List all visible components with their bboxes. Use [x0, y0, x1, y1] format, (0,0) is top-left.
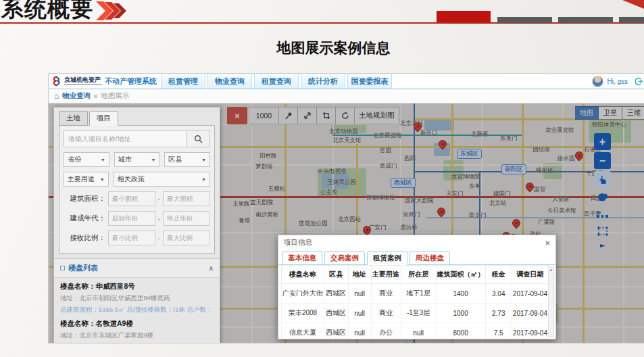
table-cell: null [348, 304, 371, 323]
chevron-arrows-icon [96, 1, 130, 20]
search-input[interactable]: 请输入项目名称/地址 [64, 130, 187, 147]
table-cell: 2017-09-04 [512, 284, 548, 304]
slide: 系统概要 地图展示案例信息 京城机电资产 不动产管理系统 [0, 0, 644, 357]
close-icon[interactable]: × [545, 239, 550, 247]
collapse-icon[interactable]: ∧ [209, 264, 214, 272]
nav-menu-item[interactable]: 国资委报表 [347, 74, 392, 89]
user-greeting: Hi, gss [607, 78, 628, 85]
building-list: 楼盘名称：华威西里8号 地址：北京市朝阳区华威西里8#楼底商 总建筑面积：516… [54, 278, 220, 343]
table-cell: 商业 [371, 284, 401, 304]
table-cell: 商业 [371, 304, 401, 323]
range-min-input[interactable]: 起始年份 [108, 211, 155, 226]
building-stats: 总建筑面积：5166.5㎡ 总/接收楼栋数：/1栋 总户数： [60, 306, 214, 314]
range-min-input[interactable]: 最小比例 [108, 231, 155, 245]
brand: 京城机电资产 不动产管理系统 [49, 74, 161, 89]
deco-bar-gray [497, 17, 552, 23]
building-list-item[interactable]: 楼盘名称：名敦道A9楼 地址：北京市东城区广渠家园9楼 总建筑面积：5249.0… [54, 315, 220, 343]
popup-tab[interactable]: 周边楼盘 [410, 251, 450, 264]
breadcrumb: ⌂ 物业查询 地图展示 [49, 89, 644, 103]
range-dash: - [158, 214, 161, 222]
home-icon: ⌂ [54, 92, 59, 100]
table-row[interactable]: 广安门外大街西城区null商业地下1层14003.042017-09-04 [282, 284, 549, 304]
popup-tab[interactable]: 交易案例 [324, 251, 365, 264]
filter-sidebar: 土地项目 请输入项目名称/地址 省份▼城市▼区县▼ 主要用途▼相关政策▼ [53, 107, 220, 343]
select-dropdown[interactable]: 区县▼ [164, 152, 210, 167]
range-filters: 建筑面积： 最小面积 - 最大面积 建成年代： 起始年份 - 终止年份 [64, 191, 210, 245]
range-label: 接收比例： [64, 233, 105, 243]
user-area: Hi, gss [592, 74, 644, 89]
corner-triangle [622, 0, 644, 9]
table-row[interactable]: 荣丰2008西城区null商业-1至3层10002.732017-09-04 [282, 304, 549, 323]
filter-form: 请输入项目名称/地址 省份▼城市▼区县▼ 主要用途▼相关政策▼ [59, 125, 215, 254]
table-header-cell: 所在层 [401, 266, 436, 284]
nav-menu-item[interactable]: 租赁管理 [161, 74, 205, 89]
select-dropdown[interactable]: 省份▼ [64, 152, 109, 167]
brand-text: 京城机电资产 [64, 77, 102, 86]
brand-system-name: 不动产管理系统 [105, 76, 157, 87]
table-header-cell: 建筑面积（㎡） [436, 266, 485, 284]
range-max-input[interactable]: 最大比例 [163, 231, 210, 245]
table-cell: null [348, 323, 371, 340]
logout-icon[interactable] [634, 77, 643, 86]
range-max-input[interactable]: 最大面积 [163, 191, 210, 206]
table-cell: 广安门外大街 [282, 284, 324, 304]
sidebar-tab[interactable]: 项目 [89, 111, 118, 126]
popup-tab[interactable]: 租赁案例 [367, 251, 407, 265]
search-button[interactable] [187, 130, 210, 147]
select-dropdown[interactable]: 主要用途▼ [64, 172, 109, 187]
nav-menu-item[interactable]: 统计分析 [301, 74, 345, 89]
lease-cases-table: 楼盘名称区县地址主要用途所在层建筑面积（㎡）租金调查日期 广安门外大街西城区nu… [281, 265, 549, 339]
sidebar-tab[interactable]: 土地 [59, 111, 88, 126]
region-selects: 省份▼城市▼区县▼ [64, 152, 210, 167]
table-cell: null [401, 323, 436, 340]
breadcrumb-page: 地图展示 [101, 91, 129, 101]
range-label: 建筑面积： [64, 194, 105, 204]
chevron-down-icon: ▼ [151, 158, 155, 162]
search-icon [194, 135, 203, 143]
chevron-down-icon: ▼ [101, 158, 105, 162]
table-cell: 西城区 [324, 304, 349, 323]
brand-caption-line [64, 84, 102, 85]
chevron-down-icon: ▼ [201, 158, 206, 162]
nav-menu-item[interactable]: 物业查询 [207, 74, 252, 89]
range-dash: - [158, 234, 161, 242]
range-max-input[interactable]: 终止年份 [163, 211, 210, 226]
table-cell: 办公 [371, 323, 401, 340]
popup-header: 项目信息 × [278, 235, 555, 250]
table-cell: 2.73 [485, 304, 512, 323]
range-filter-row: 接收比例： 最小比例 - 最大比例 [64, 231, 210, 245]
range-min-input[interactable]: 最小面积 [108, 191, 155, 206]
table-header-cell: 地址 [348, 266, 371, 284]
app-window: 京城机电资产 不动产管理系统 租赁管理物业查询租赁查询统计分析国资委报表 Hi,… [48, 73, 644, 343]
slide-title: 地图展示案例信息 [0, 39, 644, 57]
nav-menu-item[interactable]: 租赁查询 [254, 74, 299, 89]
building-name: 楼盘名称：华威西里8号 [60, 282, 214, 291]
user-avatar[interactable] [592, 76, 603, 87]
popup-tabs: 基本信息交易案例租赁案例周边楼盘 [278, 250, 555, 265]
app-navbar: 京城机电资产 不动产管理系统 租赁管理物业查询租赁查询统计分析国资委报表 Hi,… [49, 74, 644, 89]
chevron-down-icon: ▼ [201, 177, 206, 182]
deco-bar-red [437, 11, 491, 22]
table-cell: null [348, 284, 371, 304]
brand-company: 京城机电资产 [64, 77, 102, 84]
building-list-header: 楼盘列表 ∧ [54, 258, 220, 278]
table-header-cell: 主要用途 [371, 266, 401, 284]
select-dropdown[interactable]: 城市▼ [114, 152, 160, 167]
popup-tab[interactable]: 基本信息 [282, 251, 322, 264]
table-row[interactable]: 信息大厦西城区null办公null80007.52017-09-04 [282, 323, 549, 340]
building-address: 地址：北京市朝阳区华威西里8#楼底商 [60, 294, 214, 303]
table-header-row: 楼盘名称区县地址主要用途所在层建筑面积（㎡）租金调查日期 [282, 266, 549, 284]
table-scrollbar[interactable]: ▲ [548, 266, 554, 337]
usage-selects: 主要用途▼相关政策▼ [64, 172, 210, 187]
select-dropdown[interactable]: 相关政策▼ [114, 172, 210, 187]
table-header-cell: 租金 [485, 266, 512, 284]
range-label: 建成年代： [64, 214, 105, 223]
table-cell: 2017-09-04 [512, 323, 548, 340]
table-cell: 8000 [436, 323, 485, 340]
breadcrumb-section[interactable]: 物业查询 [62, 91, 91, 101]
building-address: 地址：北京市东城区广渠家园9楼 [60, 331, 214, 340]
range-filter-row: 建成年代： 起始年份 - 终止年份 [64, 211, 210, 226]
building-list-item[interactable]: 楼盘名称：华威西里8号 地址：北京市朝阳区华威西里8#楼底商 总建筑面积：516… [54, 278, 220, 315]
table-cell: 1000 [436, 304, 485, 323]
table-cell: 信息大厦 [282, 323, 324, 340]
